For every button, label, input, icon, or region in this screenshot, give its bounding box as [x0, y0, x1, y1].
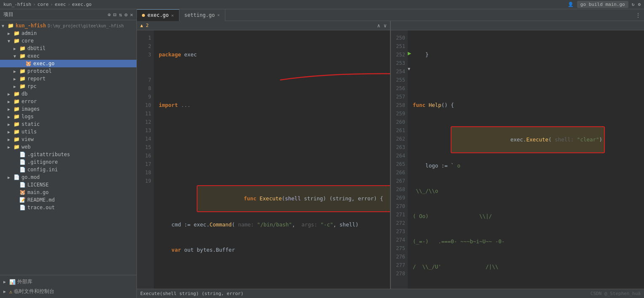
- sidebar-item-images[interactable]: ▶ 📁 images: [0, 105, 136, 113]
- sidebar-item-label-configini: config.ini: [27, 167, 58, 173]
- sidebar-item-utils[interactable]: ▶ 📁 utils: [0, 128, 136, 136]
- tab-setting-go[interactable]: setting.go ✕: [179, 9, 225, 21]
- sidebar-item-label-rpc: rpc: [27, 83, 37, 89]
- sidebar-item-logs[interactable]: ▶ 📁 logs: [0, 113, 136, 120]
- arrow-icon: ▶: [8, 107, 13, 112]
- sidebar-item-label-execgo: exec.go: [33, 61, 55, 67]
- top-bar: kun_-hfish › core › exec › exec.go 👤 go …: [0, 0, 644, 9]
- sidebar-item-report[interactable]: ▶ 📁 report: [0, 75, 136, 82]
- status-watermark: CSDN @_Stephen_huā: [591, 291, 641, 296]
- sidebar-action-settings[interactable]: ⚙: [125, 12, 128, 18]
- sidebar-item-gomod[interactable]: ▶ 📄 go.mod: [0, 173, 136, 181]
- sidebar-item-db[interactable]: ▶ 📁 db: [0, 90, 136, 98]
- sidebar-item-admin[interactable]: ▶ 📁 admin: [0, 29, 136, 37]
- tab-action-more[interactable]: ⋮: [636, 12, 641, 18]
- breadcrumb-core: core: [37, 2, 49, 7]
- arrow-icon: ▶: [3, 289, 9, 294]
- sidebar-item-view[interactable]: ▶ 📁 view: [0, 136, 136, 143]
- pane-actions: ∧ ∨: [377, 23, 387, 29]
- editor-pane-left: ▲ 2 ∧ ∨ 1 2 3 7 8 9 10: [137, 21, 390, 289]
- arrow-icon: ▶: [3, 279, 9, 284]
- tab-close-setting-go[interactable]: ✕: [217, 13, 220, 17]
- line-numbers-right: 250 251 252 253 254 255 256 257 258 259 …: [391, 30, 408, 289]
- line-numbers-left: 1 2 3 7 8 9 10 11 12 13 14 15 16: [137, 30, 154, 289]
- modified-indicator: [142, 14, 145, 17]
- sidebar-section-temp-files[interactable]: ▶ ⚠ 临时文件和控制台: [0, 287, 136, 296]
- sidebar-item-label-web: web: [21, 144, 31, 150]
- arrow-icon: ▶: [13, 69, 19, 74]
- arrow-icon: ▶: [8, 145, 13, 149]
- folder-icon: 📁: [19, 76, 26, 82]
- gutter-fold-252[interactable]: ▶: [408, 50, 411, 56]
- breadcrumb: kun_-hfish › core › exec › exec.go: [3, 2, 91, 7]
- sidebar-item-static[interactable]: ▶ 📁 static: [0, 120, 136, 128]
- sidebar-header-label: 项目: [3, 11, 13, 18]
- folder-icon: 📁: [19, 53, 26, 59]
- code-content-left[interactable]: package exec import ... func Execute(she…: [154, 30, 390, 289]
- sidebar-action-add[interactable]: ⊕: [108, 12, 111, 18]
- pane-action-up[interactable]: ∧: [377, 23, 380, 29]
- ini-file-icon: 📄: [19, 167, 26, 173]
- status-bar: Execute(shell string) (string, error) CS…: [137, 289, 644, 298]
- temp-icon: ⚠: [9, 289, 12, 295]
- refresh-icon[interactable]: ↻: [632, 2, 635, 7]
- code-area-left[interactable]: 1 2 3 7 8 9 10 11 12 13 14 15 16: [137, 30, 390, 289]
- git-file-icon: 📄: [19, 152, 26, 157]
- sidebar-bottom: ▶ 📊 外部库 ▶ ⚠ 临时文件和控制台: [0, 275, 136, 298]
- arrow-icon: ▼: [2, 24, 8, 28]
- build-button[interactable]: go build main.go: [577, 1, 628, 8]
- sidebar-item-rpc[interactable]: ▶ 📁 rpc: [0, 82, 136, 90]
- settings-icon[interactable]: ⚙: [638, 2, 641, 7]
- sidebar-item-label-logs: logs: [21, 114, 34, 120]
- sidebar-action-collapse[interactable]: ⊟: [113, 12, 116, 18]
- sidebar-item-error[interactable]: ▶ 📁 error: [0, 98, 136, 105]
- breadcrumb-file: exec.go: [72, 2, 91, 7]
- sidebar-item-configini[interactable]: 📄 config.ini: [0, 166, 136, 173]
- arrow-icon: ▶: [13, 77, 19, 81]
- tab-exec-go[interactable]: exec.go ✕: [137, 9, 179, 21]
- sidebar-item-label-readme: README.md: [27, 197, 55, 203]
- sidebar-item-core[interactable]: ▼ 📁 core: [0, 37, 136, 45]
- sidebar-item-maingo[interactable]: 🐹 main.go: [0, 189, 136, 196]
- sidebar-item-gitignore[interactable]: 📄 .gitignore: [0, 158, 136, 166]
- sidebar-action-close[interactable]: ✕: [130, 12, 133, 18]
- breadcrumb-project: kun_-hfish: [3, 2, 31, 7]
- gutter-fold-254[interactable]: ▼: [408, 67, 410, 71]
- function-definition: func Execute(shell string) (string, erro…: [197, 185, 390, 212]
- git-file-icon: 📄: [19, 159, 26, 165]
- sidebar-item-dbutil[interactable]: ▶ 📁 dbUtil: [0, 45, 136, 52]
- sidebar-item-protocol[interactable]: ▶ 📁 protocol: [0, 67, 136, 75]
- sidebar-item-readme[interactable]: 📝 README.md: [0, 196, 136, 204]
- sidebar-item-gitattributes[interactable]: 📄 .gitattributes: [0, 151, 136, 158]
- pane-action-down[interactable]: ∨: [384, 23, 387, 29]
- folder-icon: 📁: [19, 45, 26, 51]
- license-file-icon: 📄: [19, 182, 26, 188]
- sidebar-item-root[interactable]: ▼ 📁 kun_-hfish D:\my_project\gitee\kun_-…: [0, 22, 136, 29]
- sidebar-item-label-license: LICENSE: [27, 182, 49, 188]
- sidebar-item-label-error: error: [21, 98, 37, 104]
- folder-icon: 📁: [8, 23, 14, 29]
- sidebar-item-web[interactable]: ▶ 📁 web: [0, 143, 136, 151]
- tab-bar: exec.go ✕ setting.go ✕ ⋮: [137, 9, 644, 21]
- editor-area: exec.go ✕ setting.go ✕ ⋮ ▲ 2 ∧ ∨: [137, 9, 644, 298]
- sidebar-item-traceout[interactable]: 📄 trace.out: [0, 204, 136, 211]
- editor-split: ▲ 2 ∧ ∨ 1 2 3 7 8 9 10: [137, 21, 644, 289]
- sidebar-section-label-temp: 临时文件和控制台: [14, 288, 54, 295]
- sidebar: 项目 ⊕ ⊟ ⇅ ⚙ ✕ ▼ 📁 kun_-hfish D:\my_projec…: [0, 9, 137, 298]
- mod-file-icon: 📄: [13, 174, 20, 180]
- folder-icon: 📁: [13, 121, 20, 127]
- sidebar-item-license[interactable]: 📄 LICENSE: [0, 181, 136, 189]
- sep3: ›: [67, 2, 70, 7]
- tab-actions: ⋮: [636, 12, 644, 18]
- arrow-icon: ▼: [8, 39, 13, 43]
- sidebar-section-external-libs[interactable]: ▶ 📊 外部库: [0, 277, 136, 287]
- code-area-right[interactable]: 250 251 252 253 254 255 256 257 258 259 …: [391, 30, 644, 289]
- sidebar-item-exec-go[interactable]: 🐹 exec.go: [0, 60, 136, 67]
- sidebar-item-exec[interactable]: ▼ 📁 exec: [0, 52, 136, 60]
- editor-pane-right: 250 251 252 253 254 255 256 257 258 259 …: [390, 21, 644, 289]
- user-icon[interactable]: 👤: [568, 2, 574, 7]
- code-content-right[interactable]: } func Help() { exec.Execute( shell: "cl…: [408, 30, 644, 289]
- sidebar-action-sort[interactable]: ⇅: [119, 12, 122, 18]
- tab-close-exec-go[interactable]: ✕: [171, 13, 174, 18]
- folder-icon: 📁: [13, 136, 20, 142]
